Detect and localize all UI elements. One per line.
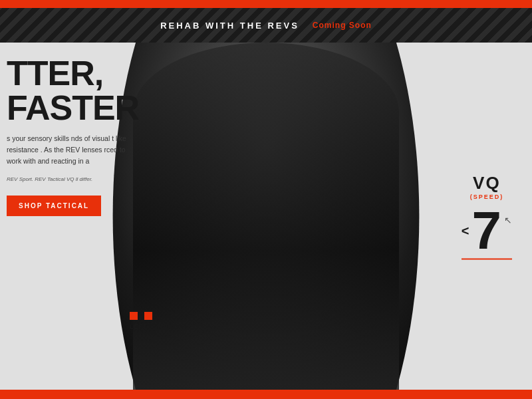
top-stripe [0, 0, 532, 8]
hero-silhouette [133, 43, 399, 390]
left-square [130, 312, 138, 320]
right-square [144, 312, 152, 320]
left-content: TTER, FASTER s your sensory skills nds o… [7, 56, 166, 216]
headline-line1: TTER, [7, 54, 103, 92]
hero-body-text: s your sensory skills nds of visual t li… [7, 133, 136, 166]
vq-number: 7 [472, 204, 502, 257]
vq-title: VQ [462, 173, 512, 194]
bottom-stripe [0, 390, 532, 399]
coming-soon-label: Coming Soon [313, 21, 372, 30]
lr-squares-row [130, 312, 180, 320]
right-label: RIGHT [158, 323, 180, 330]
vq-subtitle: (SPEED) [462, 194, 512, 200]
headline-line2: FASTER [7, 88, 139, 127]
hero-headline: TTER, FASTER [7, 56, 166, 125]
header-title: REHAB WITH THE REVS [160, 21, 299, 31]
lr-indicator: LEFT RIGHT [130, 312, 180, 330]
left-label: LEFT [130, 323, 148, 330]
disclaimer-text: REV Sport. REV Tactical VQ ll differ. [7, 176, 166, 183]
header-bar: REHAB WITH THE REVS Coming Soon [0, 8, 532, 43]
vq-panel: VQ (SPEED) < 7 ↖ [462, 173, 512, 260]
vq-number-row: < 7 ↖ [462, 204, 512, 257]
vq-arrow-left: < [462, 223, 469, 238]
shop-tactical-button[interactable]: SHOP TACTICAL [7, 196, 101, 216]
lr-text-row: LEFT RIGHT [130, 323, 180, 330]
vq-cursor-icon: ↖ [504, 215, 512, 225]
header-content: REHAB WITH THE REVS Coming Soon [160, 21, 372, 31]
main-area: TTER, FASTER s your sensory skills nds o… [0, 43, 532, 390]
